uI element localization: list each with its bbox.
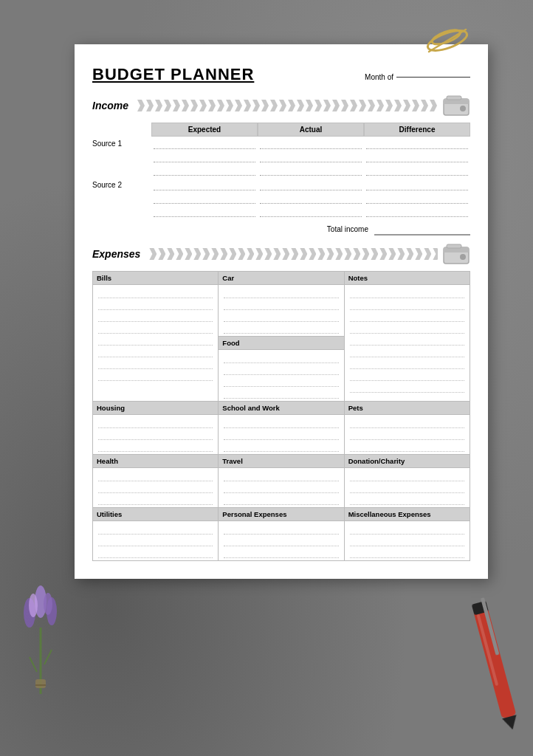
util-line-1[interactable] — [98, 523, 213, 535]
svg-point-18 — [44, 593, 52, 615]
travel-lines — [219, 468, 343, 507]
pets-line-1[interactable] — [350, 417, 464, 428]
misc-expenses-lines — [345, 521, 470, 560]
car-line-2[interactable] — [224, 299, 338, 310]
sw-line-1[interactable] — [224, 417, 338, 428]
school-work-header: School and Work — [219, 402, 343, 415]
bills-line-8[interactable] — [98, 370, 213, 381]
notes-line-9[interactable] — [350, 382, 464, 393]
travel-cell: Travel — [219, 455, 344, 508]
travel-header: Travel — [219, 455, 343, 468]
food-line-2[interactable] — [224, 364, 338, 375]
donation-cell: Donation/Charity — [345, 455, 470, 508]
misc-line-2[interactable] — [350, 535, 464, 546]
source-1-block: Source 1 — [92, 137, 470, 176]
source-2-expected — [151, 178, 258, 218]
pe-line-3[interactable] — [224, 547, 338, 558]
travel-line-1[interactable] — [224, 470, 338, 481]
travel-line-3[interactable] — [224, 494, 338, 505]
misc-line-1[interactable] — [350, 523, 464, 535]
s2-diff-line-2[interactable] — [366, 192, 468, 204]
pets-line-3[interactable] — [350, 441, 464, 452]
pe-line-2[interactable] — [224, 535, 338, 546]
util-line-2[interactable] — [98, 535, 213, 546]
s2-exp-line-1[interactable] — [154, 179, 255, 190]
pets-line-2[interactable] — [350, 429, 464, 440]
bills-line-4[interactable] — [98, 323, 213, 334]
food-line-1[interactable] — [224, 352, 338, 363]
housing-line-2[interactable] — [98, 429, 213, 440]
s2-act-line-2[interactable] — [260, 192, 362, 204]
donation-line-3[interactable] — [350, 494, 464, 505]
donation-line-2[interactable] — [350, 482, 464, 493]
car-line-4[interactable] — [224, 323, 338, 334]
bills-cell: Bills — [93, 272, 219, 402]
expenses-label: Expenses — [92, 248, 146, 260]
svg-rect-10 — [447, 244, 461, 248]
food-line-3[interactable] — [224, 376, 338, 387]
health-line-3[interactable] — [98, 494, 213, 505]
s2-diff-line-3[interactable] — [366, 205, 468, 217]
notes-line-1[interactable] — [350, 287, 464, 298]
s2-exp-line-3[interactable] — [154, 205, 255, 217]
s1-act-line-3[interactable] — [260, 164, 362, 176]
s1-act-line-2[interactable] — [260, 151, 362, 162]
s1-diff-line-3[interactable] — [366, 164, 468, 176]
health-line-2[interactable] — [98, 482, 213, 493]
bills-line-2[interactable] — [98, 299, 213, 310]
s1-exp-line-1[interactable] — [154, 137, 255, 149]
car-line-3[interactable] — [224, 311, 338, 322]
s2-diff-line-1[interactable] — [366, 179, 468, 190]
s2-exp-line-2[interactable] — [154, 192, 255, 204]
pe-line-1[interactable] — [224, 523, 338, 535]
s1-act-line-1[interactable] — [260, 137, 362, 149]
bills-lines — [93, 285, 218, 383]
car-line-1[interactable] — [224, 287, 338, 298]
donation-line-1[interactable] — [350, 470, 464, 481]
health-header: Health — [93, 455, 218, 468]
bills-line-3[interactable] — [98, 311, 213, 322]
health-line-1[interactable] — [98, 470, 213, 481]
notes-line-6[interactable] — [350, 346, 464, 357]
bills-line-1[interactable] — [98, 287, 213, 298]
pets-lines — [345, 415, 470, 454]
s1-exp-line-2[interactable] — [154, 151, 255, 162]
bills-line-7[interactable] — [98, 358, 213, 369]
s2-act-line-3[interactable] — [260, 205, 362, 217]
housing-line-1[interactable] — [98, 417, 213, 428]
total-income-field[interactable] — [374, 222, 470, 236]
sw-line-3[interactable] — [224, 441, 338, 452]
notes-line-2[interactable] — [350, 299, 464, 310]
s1-diff-line-1[interactable] — [366, 137, 468, 149]
sw-line-2[interactable] — [224, 429, 338, 440]
bills-line-6[interactable] — [98, 346, 213, 357]
notes-line-8[interactable] — [350, 370, 464, 381]
notes-cell: Notes — [345, 272, 470, 402]
notes-line-3[interactable] — [350, 311, 464, 322]
bills-line-5[interactable] — [98, 334, 213, 346]
s1-diff-line-2[interactable] — [366, 151, 468, 162]
notes-line-4[interactable] — [350, 323, 464, 334]
page: BUDGET PLANNER Month of Income — [75, 44, 488, 579]
misc-line-3[interactable] — [350, 547, 464, 558]
housing-line-3[interactable] — [98, 441, 213, 452]
util-line-3[interactable] — [98, 547, 213, 558]
health-lines — [93, 468, 218, 507]
food-line-4[interactable] — [224, 388, 338, 399]
bills-header: Bills — [93, 272, 218, 285]
s2-act-line-1[interactable] — [260, 179, 362, 190]
month-field: Month of — [365, 73, 470, 81]
misc-expenses-cell: Miscellaneous Expenses — [345, 508, 470, 561]
month-input[interactable] — [396, 77, 470, 78]
s1-exp-line-3[interactable] — [154, 164, 255, 176]
notes-line-7[interactable] — [350, 358, 464, 369]
source-1-expected — [151, 137, 258, 176]
travel-line-2[interactable] — [224, 482, 338, 493]
notes-line-5[interactable] — [350, 334, 464, 346]
utilities-header: Utilities — [93, 508, 218, 521]
pen-decoration — [464, 585, 526, 737]
donation-lines — [345, 468, 470, 507]
svg-point-17 — [29, 594, 38, 617]
housing-cell: Housing — [93, 402, 219, 455]
utilities-lines — [93, 521, 218, 560]
